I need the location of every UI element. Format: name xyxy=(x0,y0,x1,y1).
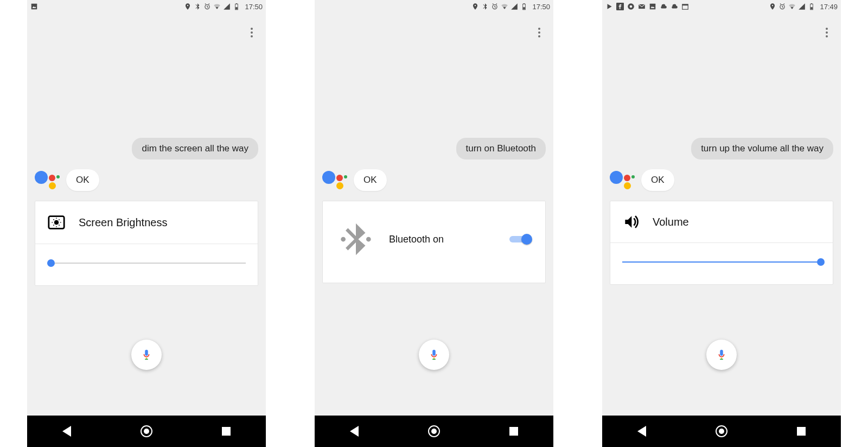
nav-recent-button[interactable] xyxy=(219,424,234,439)
svg-point-7 xyxy=(54,220,59,225)
svg-marker-14 xyxy=(608,4,612,9)
assistant-logo-icon xyxy=(610,169,637,191)
navigation-bar xyxy=(602,416,841,447)
status-bar: 17:50 xyxy=(315,0,553,13)
screen-1: 17:50 dim the screen all the way OK Scre… xyxy=(27,0,266,447)
alarm-icon xyxy=(491,3,499,10)
assistant-body: dim the screen all the way OK Screen Bri… xyxy=(27,13,266,416)
screen-3: 17:49 turn up the volume all the way OK … xyxy=(602,0,841,447)
cloud-icon xyxy=(671,3,678,10)
overflow-menu-button[interactable] xyxy=(245,26,258,39)
battery-icon xyxy=(808,3,815,10)
user-query-bubble: turn on Bluetooth xyxy=(456,138,546,159)
assistant-body: turn on Bluetooth OK Bluetooth on xyxy=(315,13,553,416)
bluetooth-toggle[interactable] xyxy=(509,234,531,245)
wifi-icon xyxy=(788,3,796,10)
assistant-logo-icon xyxy=(35,169,62,191)
svg-rect-0 xyxy=(31,4,37,10)
nav-recent-button[interactable] xyxy=(794,424,809,439)
bluetooth-large-icon xyxy=(337,218,375,261)
card-title: Bluetooth on xyxy=(389,234,495,245)
volume-slider[interactable] xyxy=(622,258,821,266)
mic-button[interactable] xyxy=(131,340,162,370)
nav-back-button[interactable] xyxy=(634,424,649,439)
location-icon xyxy=(471,3,479,10)
bluetooth-icon xyxy=(194,3,201,10)
wifi-icon xyxy=(501,3,508,10)
nav-recent-button[interactable] xyxy=(506,424,521,439)
status-time: 17:49 xyxy=(820,3,838,11)
overflow-menu-button[interactable] xyxy=(820,26,833,39)
svg-rect-11 xyxy=(524,7,526,9)
nav-home-button[interactable] xyxy=(714,424,729,439)
assistant-logo-icon xyxy=(322,169,349,191)
battery-icon xyxy=(233,3,240,10)
user-query-bubble: dim the screen all the way xyxy=(132,138,258,159)
alarm-icon xyxy=(778,3,786,10)
assistant-reply-bubble: OK xyxy=(354,169,387,191)
svg-point-12 xyxy=(341,237,346,242)
assistant-reply-bubble: OK xyxy=(66,169,99,191)
wifi-icon xyxy=(213,3,221,10)
brightness-icon xyxy=(47,213,66,232)
location-icon xyxy=(184,3,192,10)
mic-button[interactable] xyxy=(706,340,737,370)
image-icon xyxy=(30,3,38,10)
volume-card: Volume xyxy=(610,201,833,285)
bluetooth-card: Bluetooth on xyxy=(322,201,546,283)
nav-back-button[interactable] xyxy=(347,424,362,439)
overflow-menu-button[interactable] xyxy=(533,26,546,39)
svg-rect-5 xyxy=(236,7,238,9)
nav-back-button[interactable] xyxy=(59,424,74,439)
gmail-icon xyxy=(638,3,646,10)
card-title: Volume xyxy=(653,216,689,228)
signal-icon xyxy=(223,3,231,10)
card-title: Screen Brightness xyxy=(79,216,167,229)
location-icon xyxy=(769,3,776,10)
navigation-bar xyxy=(315,416,553,447)
image-icon xyxy=(649,3,656,10)
brightness-slider[interactable] xyxy=(47,259,246,267)
signal-icon xyxy=(798,3,806,10)
bluetooth-icon xyxy=(481,3,489,10)
screen-2: 17:50 turn on Bluetooth OK xyxy=(315,0,553,447)
navigation-bar xyxy=(27,416,266,447)
user-query-bubble: turn up the volume all the way xyxy=(691,138,833,159)
status-bar: 17:49 xyxy=(602,0,841,13)
svg-point-13 xyxy=(366,237,371,242)
nav-home-button[interactable] xyxy=(139,424,154,439)
facebook-icon xyxy=(616,3,624,10)
volume-icon xyxy=(622,213,640,231)
calendar-icon xyxy=(681,3,689,10)
nav-home-button[interactable] xyxy=(426,424,442,439)
cloud-icon xyxy=(660,3,667,10)
svg-rect-22 xyxy=(682,4,688,5)
assistant-reply-bubble: OK xyxy=(641,169,674,191)
svg-rect-4 xyxy=(236,3,237,4)
status-bar: 17:50 xyxy=(27,0,266,13)
alarm-icon xyxy=(203,3,211,10)
battery-icon xyxy=(520,3,528,10)
svg-point-17 xyxy=(630,5,633,8)
chrome-icon xyxy=(627,3,635,10)
brightness-card: Screen Brightness xyxy=(35,201,258,286)
svg-rect-26 xyxy=(811,7,813,9)
play-icon xyxy=(605,3,613,10)
status-time: 17:50 xyxy=(245,3,263,11)
status-time: 17:50 xyxy=(532,3,550,11)
mic-button[interactable] xyxy=(419,340,449,370)
svg-rect-19 xyxy=(650,4,656,10)
assistant-body: turn up the volume all the way OK Volume xyxy=(602,13,841,416)
svg-rect-25 xyxy=(811,3,812,4)
signal-icon xyxy=(510,3,518,10)
svg-rect-10 xyxy=(524,3,525,4)
